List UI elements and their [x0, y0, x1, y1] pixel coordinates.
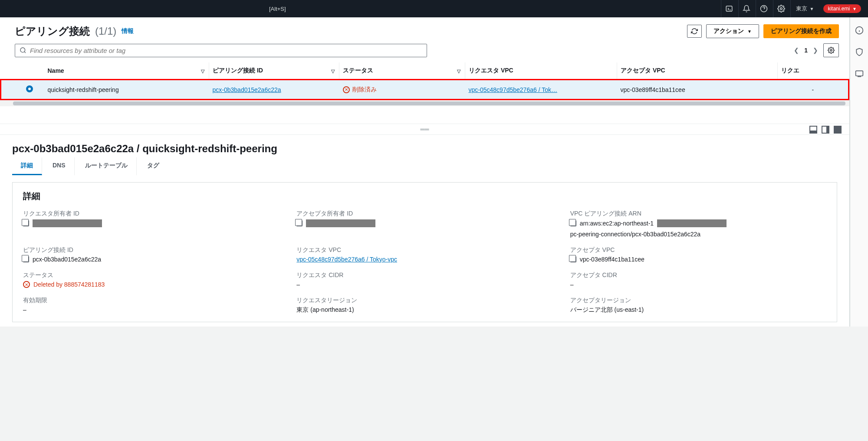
detail-tabs: 詳細 DNS ルートテーブル タグ	[0, 157, 849, 175]
tab-dns[interactable]: DNS	[44, 157, 75, 175]
field-requester-region: 東京 (ap-northeast-1)	[296, 306, 552, 314]
svg-rect-6	[855, 71, 863, 76]
svg-point-2	[780, 8, 783, 10]
refresh-button[interactable]	[687, 25, 702, 38]
field-arn: arn:aws:ec2:ap-northeast-1pc-peering-con…	[570, 219, 826, 238]
info-link[interactable]: 情報	[122, 27, 134, 35]
error-icon: ✕	[23, 281, 30, 288]
col-accepter-vpc[interactable]: アクセプタ VPC	[621, 67, 665, 74]
search-shortcut-hint: [Alt+S]	[269, 6, 286, 12]
field-label: VPC ピアリング接続 ARN	[570, 210, 826, 218]
panel-view-icon[interactable]	[809, 126, 817, 134]
search-icon	[20, 47, 26, 54]
settings-icon[interactable]	[773, 0, 789, 17]
col-status[interactable]: ステータス	[343, 67, 373, 74]
filter-icon[interactable]: ▽	[201, 69, 204, 74]
requester-vpc-link[interactable]: vpc-05c48c97d5be276a6 / Tokyo-vpc	[296, 256, 397, 263]
cell-status: ✕削除済み	[343, 86, 462, 94]
copy-icon[interactable]	[23, 256, 29, 262]
filter-icon[interactable]: ▽	[331, 69, 335, 74]
field-accepter-cidr: –	[570, 281, 826, 288]
info-panel-icon[interactable]	[854, 25, 865, 36]
help-icon[interactable]	[756, 0, 772, 17]
error-icon: ✕	[343, 86, 350, 93]
field-peering-id: pcx-0b3bad015e2a6c22a	[33, 256, 101, 263]
notifications-icon[interactable]	[738, 0, 755, 17]
field-status: ✕Deleted by 888574281183	[23, 281, 279, 288]
copy-icon[interactable]	[570, 220, 576, 226]
redacted-value	[657, 219, 727, 227]
tab-detail[interactable]: 詳細	[12, 157, 42, 175]
cell-accepter-vpc: vpc-03e89ff4c1ba11cee	[617, 80, 778, 100]
tab-route-tables[interactable]: ルートテーブル	[76, 157, 137, 175]
redacted-value	[33, 219, 102, 227]
field-label: アクセプタリージョン	[570, 297, 826, 304]
filter-icon[interactable]: ▽	[457, 69, 460, 74]
field-label: ステータス	[23, 271, 279, 279]
col-extra[interactable]: リクエ	[781, 67, 799, 74]
copy-icon[interactable]	[23, 220, 29, 226]
field-label: アクセプタ VPC	[570, 246, 826, 254]
cloudshell-icon[interactable]	[721, 0, 737, 17]
copy-icon[interactable]	[296, 220, 302, 226]
search-input[interactable]	[15, 44, 427, 57]
account-menu[interactable]: kitani.emi▼	[823, 4, 861, 13]
row-radio[interactable]	[26, 85, 33, 92]
global-nav: [Alt+S] 東京▼ kitani.emi▼	[0, 0, 868, 17]
field-requester-cidr: –	[296, 281, 552, 288]
actions-button[interactable]: アクション▼	[706, 24, 759, 38]
detail-panel: 詳細 リクエスタ所有者 ID アクセプタ所有者 ID VPC ピアリング接続 A…	[12, 182, 837, 322]
tab-tags[interactable]: タグ	[138, 157, 168, 175]
svg-point-4	[830, 49, 832, 51]
pager-page: 1	[804, 47, 808, 54]
col-peering-id[interactable]: ピアリング接続 ID	[213, 67, 263, 74]
field-expiry: –	[23, 306, 279, 313]
cell-requester-vpc-link[interactable]: vpc-05c48c97d5be276a6 / Tok…	[469, 86, 557, 93]
horizontal-scrollbar[interactable]	[0, 100, 849, 106]
col-name[interactable]: Name	[48, 67, 64, 74]
peering-table: Name▽ ピアリング接続 ID▽ ステータス▽ リクエスタ VPC アクセプタ…	[0, 62, 849, 100]
field-label: リクエスタ所有者 ID	[23, 210, 279, 218]
field-label: アクセプタ CIDR	[570, 271, 826, 279]
field-label: リクエスタリージョン	[296, 297, 552, 304]
help-rail	[850, 17, 868, 327]
feedback-panel-icon[interactable]	[854, 69, 865, 79]
create-peering-button[interactable]: ピアリング接続を作成	[763, 24, 839, 38]
cell-name: quicksight-redshift-peering	[44, 80, 209, 100]
redacted-value	[306, 219, 375, 227]
panel-view-icon[interactable]	[834, 126, 842, 134]
search-field[interactable]	[30, 47, 422, 54]
svg-point-3	[20, 48, 25, 52]
copy-icon[interactable]	[570, 256, 576, 262]
panel-view-icon[interactable]	[822, 126, 829, 134]
table-row[interactable]: quicksight-redshift-peering pcx-0b3bad01…	[1, 80, 849, 100]
detail-title: pcx-0b3bad015e2a6c22a / quicksight-redsh…	[0, 135, 849, 157]
field-label: リクエスタ CIDR	[296, 271, 552, 279]
field-label: アクセプタ所有者 ID	[296, 210, 552, 218]
table-preferences-button[interactable]	[823, 43, 839, 57]
field-label: リクエスタ VPC	[296, 246, 552, 254]
cell-peering-id-link[interactable]: pcx-0b3bad015e2a6c22a	[213, 86, 281, 93]
security-panel-icon[interactable]	[854, 47, 865, 57]
field-label: ピアリング接続 ID	[23, 246, 279, 254]
field-label: 有効期限	[23, 297, 279, 304]
page-header: ピアリング接続 (1/1) 情報 アクション▼ ピアリング接続を作成	[0, 17, 849, 42]
panel-title: 詳細	[23, 190, 826, 202]
page-count: (1/1)	[95, 25, 116, 37]
svg-rect-0	[726, 6, 732, 11]
pager-prev[interactable]: ❮	[794, 47, 799, 54]
field-accepter-vpc: vpc-03e89ff4c1ba11cee	[580, 256, 644, 263]
col-requester-vpc[interactable]: リクエスタ VPC	[469, 67, 513, 74]
cell-extra: -	[778, 80, 849, 100]
split-panel-handle[interactable]: ══	[0, 124, 849, 135]
region-selector[interactable]: 東京▼	[790, 0, 819, 17]
field-accepter-region: バージニア北部 (us-east-1)	[570, 306, 826, 314]
pager-next[interactable]: ❯	[813, 47, 818, 54]
page-title: ピアリング接続	[15, 24, 90, 38]
